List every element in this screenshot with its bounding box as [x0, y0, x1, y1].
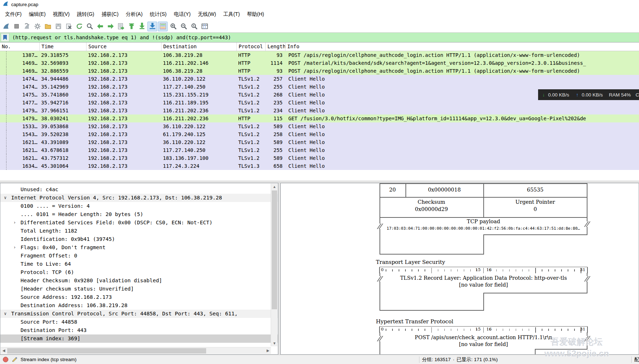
- menu-item-8[interactable]: 电话(Y): [170, 10, 194, 19]
- detail-row-10[interactable]: Time to Live: 64: [0, 260, 278, 268]
- capture-options-button[interactable]: [32, 22, 42, 31]
- go-forward-button[interactable]: [106, 22, 115, 31]
- detail-row-5[interactable]: ›Differentiated Services Field: 0x00 (DS…: [0, 219, 278, 227]
- menu-item-3[interactable]: 视图(V): [49, 10, 74, 19]
- menu-item-5[interactable]: 捕获(C): [98, 10, 122, 19]
- expander-closed-icon[interactable]: ›: [13, 219, 16, 227]
- scroll-down-arrow[interactable]: ▼: [271, 340, 278, 346]
- display-filter-bar[interactable]: (http.request or tls.handshake.type eq 1…: [0, 32, 639, 42]
- packet-row-1[interactable]: 1387…29.318575192.168.2.173106.38.219.28…: [0, 51, 639, 59]
- detail-row-4[interactable]: .... 0101 = Header Length: 20 bytes (5): [0, 210, 278, 219]
- column-header-protocol[interactable]: Protocol: [237, 42, 266, 51]
- menu-item-4[interactable]: 跳转(G): [73, 10, 98, 19]
- diagram-tcp-checksum-value[interactable]: 0x00000d29: [380, 206, 483, 212]
- packet-row-15[interactable]: 1634…45.301064192.168.2.173117.24.3.224T…: [0, 162, 639, 170]
- packet-row-10[interactable]: 1533…39.053868192.168.2.17336.110.220.12…: [0, 122, 639, 130]
- profile-label[interactable]: 配: [634, 356, 639, 363]
- diagram-tcp-flags[interactable]: 0x00000018: [405, 187, 483, 193]
- packet-row-2[interactable]: 1469…32.569893192.168.2.173116.211.202.1…: [0, 59, 639, 67]
- packet-row-9[interactable]: 1479…38.030241192.168.2.173116.211.202.2…: [0, 114, 639, 122]
- start-capture-button[interactable]: [1, 22, 11, 31]
- detail-row-7[interactable]: Identification: 0x9b41 (39745): [0, 235, 278, 243]
- close-file-button[interactable]: [64, 22, 74, 31]
- resize-columns-button[interactable]: [200, 22, 209, 31]
- auto-scroll-button[interactable]: [147, 22, 157, 31]
- expander-open-icon[interactable]: ∨: [4, 194, 6, 202]
- detail-vertical-scrollbar[interactable]: ▲ ▼: [271, 184, 278, 346]
- menu-item-11[interactable]: 帮助(H): [243, 10, 267, 19]
- diagram-tcp-urgent-value[interactable]: 0: [483, 206, 587, 212]
- scroll-left-arrow[interactable]: ◀: [1, 347, 7, 354]
- column-header-no[interactable]: No.: [0, 42, 40, 51]
- column-header-length[interactable]: Length: [266, 42, 285, 51]
- detail-hscroll-thumb[interactable]: [7, 348, 206, 354]
- menu-item-1[interactable]: 文件(F): [1, 10, 25, 19]
- detail-row-1[interactable]: Unused: c4ac: [0, 185, 278, 194]
- packet-row-14[interactable]: 1621…43.757312192.168.2.173183.136.197.1…: [0, 154, 639, 162]
- packet-row-4[interactable]: 1474…34.944486192.168.2.17336.110.220.12…: [0, 75, 639, 83]
- detail-horizontal-scrollbar[interactable]: ◀ ▶: [1, 347, 271, 354]
- column-header-info[interactable]: Info: [285, 42, 639, 51]
- column-header-destination[interactable]: Destination: [161, 42, 237, 51]
- diagram-tcp-window[interactable]: 65535: [483, 187, 587, 193]
- stop-capture-button[interactable]: [12, 22, 21, 31]
- diagram-http-request-line[interactable]: POST /apis/user/check_account.action HTT…: [381, 334, 586, 340]
- menu-item-6[interactable]: 分析(A): [122, 10, 146, 19]
- detail-row-16[interactable]: ∨Transmission Control Protocol, Src Port…: [0, 310, 278, 318]
- go-last-button[interactable]: [137, 22, 147, 31]
- zoom-in-button[interactable]: [168, 22, 178, 31]
- detail-row-8[interactable]: ›Flags: 0x40, Don't fragment: [0, 243, 278, 252]
- zoom-out-button[interactable]: [179, 22, 188, 31]
- diagram-tls-novalue[interactable]: [no value for field]: [381, 282, 586, 288]
- detail-row-12[interactable]: Header Checksum: 0x9280 [validation disa…: [0, 277, 278, 285]
- detail-row-11[interactable]: Protocol: TCP (6): [0, 268, 278, 277]
- detail-row-6[interactable]: Total Length: 1182: [0, 227, 278, 235]
- colorize-button[interactable]: [158, 22, 168, 31]
- menu-item-10[interactable]: 工具(T): [219, 10, 243, 19]
- packet-list-header[interactable]: No.TimeSourceDestinationProtocolLengthIn…: [0, 42, 639, 51]
- save-file-button[interactable]: [53, 22, 63, 31]
- diagram-tcp-payload-hex[interactable]: 17:03:03:04:71:00:00:00:00:00:00:00:00:0…: [375, 226, 591, 231]
- reload-file-button[interactable]: [74, 22, 84, 31]
- packet-row-12[interactable]: 1621…43.391089192.168.2.17336.110.220.12…: [0, 138, 639, 146]
- expander-closed-icon[interactable]: ›: [13, 243, 16, 252]
- find-packet-button[interactable]: [85, 22, 94, 31]
- go-first-button[interactable]: [127, 22, 136, 31]
- zoom-reset-button[interactable]: [189, 22, 199, 31]
- diagram-tcp-header-length[interactable]: 20: [380, 187, 405, 193]
- expander-open-icon[interactable]: ∨: [4, 310, 6, 318]
- restart-capture-button[interactable]: [22, 22, 32, 31]
- detail-row-17[interactable]: Source Port: 44858: [0, 318, 278, 326]
- scroll-right-arrow[interactable]: ▶: [265, 347, 271, 354]
- diagram-tcp-urgent-label[interactable]: Urgent Pointer: [483, 199, 587, 205]
- filter-bookmark-icon[interactable]: [1, 33, 9, 42]
- diagram-http-novalue[interactable]: [no value for field]: [381, 341, 586, 347]
- expert-info-icon[interactable]: [3, 357, 8, 362]
- scroll-up-arrow[interactable]: ▲: [271, 184, 278, 190]
- edit-comment-icon[interactable]: [12, 356, 17, 363]
- detail-row-13[interactable]: [Header checksum status: Unverified]: [0, 285, 278, 293]
- column-header-time[interactable]: Time: [40, 42, 86, 51]
- detail-row-18[interactable]: Destination Port: 443: [0, 326, 278, 334]
- detail-row-15[interactable]: Destination Address: 106.38.219.28: [0, 301, 278, 310]
- menu-item-2[interactable]: 编辑(E): [25, 10, 49, 19]
- diagram-tcp-payload-label[interactable]: TCP payload: [380, 219, 587, 224]
- diagram-tcp-checksum-label[interactable]: Checksum: [380, 199, 483, 205]
- packet-row-3[interactable]: 1469…32.886559192.168.2.173106.38.219.28…: [0, 67, 639, 75]
- detail-row-19[interactable]: [Stream index: 369]: [0, 334, 278, 343]
- detail-vscroll-thumb[interactable]: [272, 190, 277, 309]
- detail-row-9[interactable]: Fragment Offset: 0: [0, 252, 278, 260]
- packet-row-8[interactable]: 1479…37.966151192.168.2.173116.211.202.2…: [0, 107, 639, 114]
- open-file-button[interactable]: [43, 22, 53, 31]
- packet-row-11[interactable]: 1543…39.520238192.168.2.17361.179.240.12…: [0, 130, 639, 138]
- menu-item-9[interactable]: 无线(W): [194, 10, 220, 19]
- packet-row-13[interactable]: 1621…43.678618192.168.2.173117.27.140.25…: [0, 146, 639, 154]
- filter-input[interactable]: (http.request or tls.handshake.type eq 1…: [9, 35, 231, 40]
- go-back-button[interactable]: [95, 22, 105, 31]
- column-header-source[interactable]: Source: [86, 42, 161, 51]
- menu-item-7[interactable]: 统计(S): [146, 10, 170, 19]
- detail-row-14[interactable]: Source Address: 192.168.2.173: [0, 293, 278, 301]
- detail-row-3[interactable]: 0100 .... = Version: 4: [0, 202, 278, 210]
- detail-row-2[interactable]: ∨Internet Protocol Version 4, Src: 192.1…: [0, 194, 278, 202]
- go-to-packet-button[interactable]: [116, 22, 126, 31]
